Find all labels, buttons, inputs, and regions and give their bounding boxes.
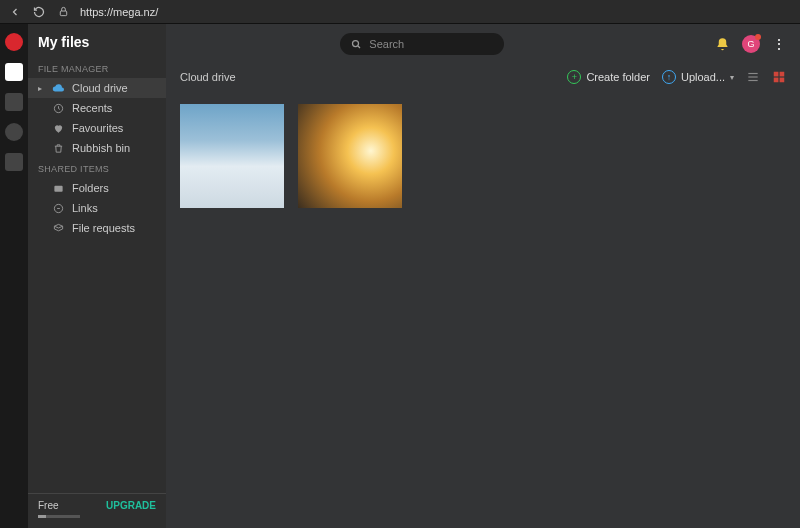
svg-point-4: [353, 41, 359, 47]
sidebar-footer: Free UPGRADE: [28, 493, 166, 528]
search-icon: [350, 38, 362, 50]
file-thumbnail[interactable]: [298, 104, 402, 208]
svg-rect-10: [774, 78, 779, 83]
mega-logo[interactable]: [5, 33, 23, 51]
sidebar-item-label: Rubbish bin: [72, 142, 130, 154]
svg-rect-2: [54, 185, 62, 191]
chevron-right-icon: ▸: [38, 84, 44, 93]
top-bar: Search G ⋮: [166, 24, 800, 64]
back-icon[interactable]: [8, 5, 22, 19]
sidebar-item-folders[interactable]: Folders: [28, 178, 166, 198]
upload-label: Upload...: [681, 71, 725, 83]
sidebar-item-label: Links: [72, 202, 98, 214]
lock-icon: [56, 5, 70, 19]
bell-icon[interactable]: [715, 37, 730, 52]
upload-icon: ↑: [662, 70, 676, 84]
upload-button[interactable]: ↑ Upload... ▾: [662, 70, 734, 84]
page-title: My files: [28, 24, 166, 58]
sidebar-item-cloud-drive[interactable]: ▸ Cloud drive: [28, 78, 166, 98]
grid-view-icon[interactable]: [772, 70, 786, 84]
svg-rect-11: [780, 78, 785, 83]
app-rail: [0, 24, 28, 528]
list-view-icon[interactable]: [746, 70, 760, 84]
search-placeholder: Search: [369, 38, 404, 50]
sidebar-item-label: Recents: [72, 102, 112, 114]
sidebar-item-label: Cloud drive: [72, 82, 128, 94]
sidebar-item-recents[interactable]: Recents: [28, 98, 166, 118]
file-thumbnail[interactable]: [180, 104, 284, 208]
rail-devices-icon[interactable]: [5, 153, 23, 171]
cloud-icon: [52, 82, 64, 94]
main-area: Search G ⋮ Cloud drive + Create folder ↑…: [166, 24, 800, 528]
sidebar-section-filemanager: FILE MANAGER: [28, 58, 166, 78]
plus-icon: +: [567, 70, 581, 84]
sidebar-item-label: Favourites: [72, 122, 123, 134]
heart-icon: [52, 122, 64, 134]
storage-plan-label: Free: [38, 500, 80, 511]
avatar[interactable]: G: [742, 35, 760, 53]
chevron-down-icon: ▾: [730, 73, 734, 82]
rail-photos-icon[interactable]: [5, 93, 23, 111]
trash-icon: [52, 142, 64, 154]
sidebar-item-file-requests[interactable]: File requests: [28, 218, 166, 238]
reload-icon[interactable]: [32, 5, 46, 19]
file-grid: [166, 90, 800, 222]
svg-rect-8: [774, 72, 779, 77]
file-request-icon: [52, 222, 64, 234]
kebab-icon[interactable]: ⋮: [772, 36, 786, 52]
storage-bar: [38, 515, 80, 518]
clock-icon: [52, 102, 64, 114]
link-icon: [52, 202, 64, 214]
rail-chat-icon[interactable]: [5, 123, 23, 141]
sidebar-item-label: Folders: [72, 182, 109, 194]
sidebar-item-label: File requests: [72, 222, 135, 234]
create-folder-label: Create folder: [586, 71, 650, 83]
browser-chrome: https://mega.nz/: [0, 0, 800, 24]
upgrade-button[interactable]: UPGRADE: [106, 500, 156, 511]
rail-files-icon[interactable]: [5, 63, 23, 81]
sidebar-item-rubbish[interactable]: Rubbish bin: [28, 138, 166, 158]
svg-rect-9: [780, 72, 785, 77]
sidebar-section-shared: SHARED ITEMS: [28, 158, 166, 178]
sidebar-item-favourites[interactable]: Favourites: [28, 118, 166, 138]
search-input[interactable]: Search: [340, 33, 504, 55]
sidebar: My files FILE MANAGER ▸ Cloud drive Rece…: [28, 24, 166, 528]
sidebar-item-links[interactable]: Links: [28, 198, 166, 218]
create-folder-button[interactable]: + Create folder: [567, 70, 650, 84]
svg-rect-0: [60, 11, 66, 16]
toolbar: Cloud drive + Create folder ↑ Upload... …: [166, 64, 800, 90]
folders-icon: [52, 182, 64, 194]
url-bar[interactable]: https://mega.nz/: [80, 6, 792, 18]
breadcrumb[interactable]: Cloud drive: [180, 71, 236, 83]
